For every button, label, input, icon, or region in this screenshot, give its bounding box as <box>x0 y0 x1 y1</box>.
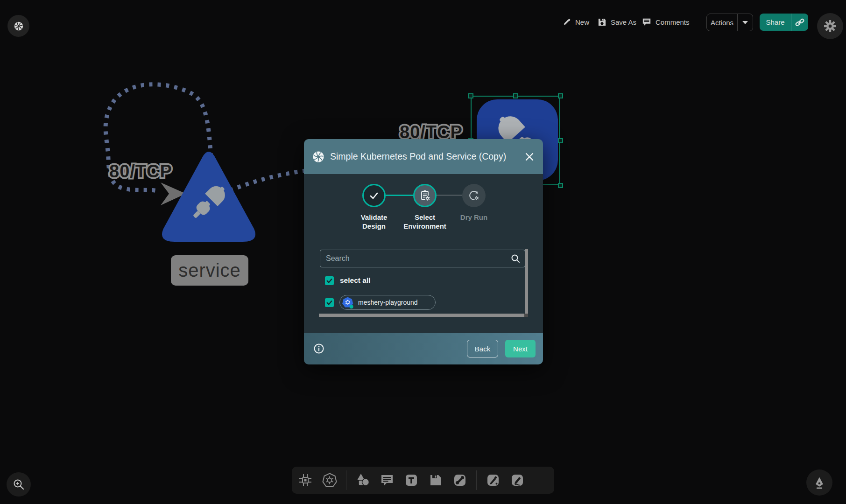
shapes-icon[interactable] <box>355 472 371 488</box>
actions-button[interactable]: Actions <box>706 14 753 31</box>
info-icon[interactable] <box>313 343 324 354</box>
comment-icon[interactable] <box>379 472 395 488</box>
next-button[interactable]: Next <box>505 340 536 357</box>
actions-dropdown[interactable] <box>738 21 753 24</box>
service-node-label: service <box>171 255 248 286</box>
search-input[interactable] <box>320 254 511 263</box>
share-button[interactable]: Share <box>760 14 808 31</box>
edge-port-label: 80/TCP <box>109 161 172 182</box>
modal-footer: Back Next <box>304 333 543 364</box>
modal-title: Simple Kubernetes Pod and Service (Copy) <box>330 151 524 162</box>
check-icon <box>326 277 333 284</box>
zoom-in-button[interactable] <box>7 472 31 497</box>
step-select-environment <box>413 184 437 207</box>
meshery-logo-button[interactable] <box>7 15 29 37</box>
comments-label: Comments <box>656 18 690 26</box>
kubernetes-icon[interactable] <box>322 472 338 488</box>
chevron-down-icon <box>742 21 748 24</box>
pencil-icon <box>563 18 571 26</box>
pencil-icon[interactable] <box>509 472 525 488</box>
stepper-connector <box>436 195 463 196</box>
environment-chip: meshery-playground <box>339 295 436 310</box>
save-icon <box>598 18 606 27</box>
comments-button[interactable]: Comments <box>642 13 690 31</box>
toolbar-divider <box>476 470 477 490</box>
components-icon[interactable] <box>297 472 313 488</box>
scrollbar-corner <box>524 314 528 317</box>
pen-nib-icon <box>812 476 826 490</box>
select-all-checkbox[interactable] <box>325 276 334 285</box>
save-as-label: Save As <box>611 18 636 26</box>
selection-handle[interactable] <box>513 93 518 98</box>
selection-handle[interactable] <box>468 93 473 98</box>
save-icon[interactable] <box>428 472 444 488</box>
toolbar-divider <box>346 470 346 490</box>
environment-search <box>320 250 525 267</box>
copy-link-button[interactable] <box>791 18 808 27</box>
zoom-in-icon <box>13 478 25 490</box>
settings-button[interactable] <box>817 13 843 39</box>
modal-header: Simple Kubernetes Pod and Service (Copy) <box>304 139 543 174</box>
gear-icon <box>824 20 837 33</box>
check-icon <box>368 190 380 201</box>
comments-icon <box>642 17 651 27</box>
pen-tool-button[interactable] <box>806 469 832 496</box>
new-button[interactable]: New <box>563 13 589 31</box>
environment-checkbox[interactable] <box>325 298 334 307</box>
check-icon <box>326 299 333 306</box>
search-icon[interactable] <box>511 254 520 263</box>
kubernetes-icon <box>342 296 354 309</box>
actions-label: Actions <box>707 19 737 27</box>
edit-pen-icon[interactable] <box>485 472 501 488</box>
back-button[interactable]: Back <box>467 340 498 357</box>
step-label-select-environment: Select Environment <box>397 213 453 231</box>
dry-run-icon <box>468 189 480 202</box>
environment-name: meshery-playground <box>358 299 418 306</box>
select-all-label: select all <box>340 276 371 285</box>
meshery-logo-icon <box>14 21 24 31</box>
text-icon[interactable] <box>403 472 419 488</box>
kanvas-canvas[interactable]: 80/TCP 80/TCP service <box>0 0 846 504</box>
vertical-scrollbar[interactable] <box>525 249 528 314</box>
new-label: New <box>575 18 589 26</box>
selection-handle[interactable] <box>558 183 563 188</box>
horizontal-scrollbar[interactable] <box>319 314 524 317</box>
selection-handle[interactable] <box>558 93 563 98</box>
save-as-button[interactable]: Save As <box>598 13 636 31</box>
deploy-modal: Simple Kubernetes Pod and Service (Copy) <box>304 139 543 364</box>
step-label-dry-run: Dry Run <box>451 213 497 222</box>
step-validate-design <box>362 184 386 207</box>
relationships-icon[interactable] <box>452 472 468 488</box>
close-icon[interactable] <box>524 152 535 162</box>
service-triangle-node[interactable] <box>159 150 259 246</box>
modal-body: Validate Design Select Environment Dry R… <box>304 174 543 333</box>
meshery-logo-icon <box>312 151 324 163</box>
stepper-connector-active <box>386 195 414 196</box>
share-label: Share <box>760 18 791 26</box>
step-label-validate-design: Validate Design <box>351 213 397 231</box>
selection-handle[interactable] <box>558 138 563 143</box>
bottom-toolbar <box>292 467 554 494</box>
link-icon <box>795 18 804 27</box>
step-dry-run <box>462 184 486 207</box>
clipboard-gear-icon <box>419 189 431 202</box>
